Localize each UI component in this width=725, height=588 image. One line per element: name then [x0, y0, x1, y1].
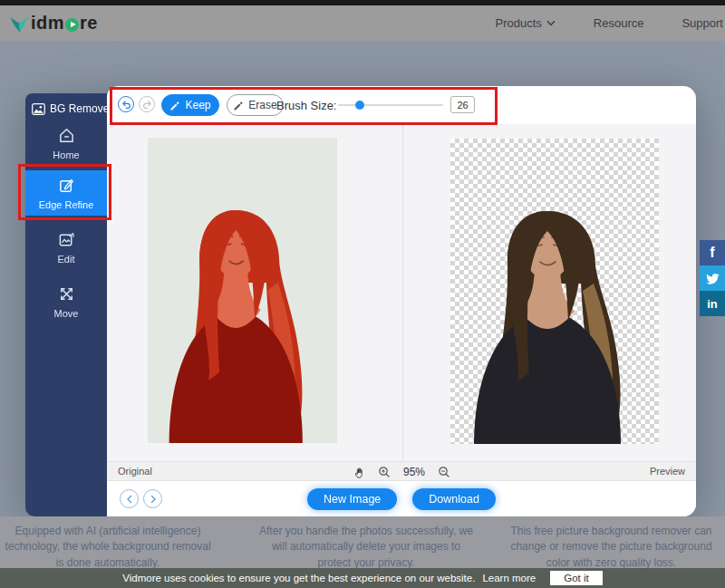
nav-products[interactable]: Products — [496, 16, 556, 30]
editor-panel: Keep Erase Brush Size: 26 — [107, 86, 696, 516]
got-it-button[interactable]: Got it — [550, 571, 602, 585]
undo-button[interactable] — [118, 96, 134, 112]
edit-icon — [57, 230, 76, 249]
nav-resource[interactable]: Resource — [594, 16, 644, 30]
editor-footer: New Image Download — [107, 481, 696, 516]
erase-button[interactable]: Erase — [227, 94, 284, 116]
keep-pen-icon — [169, 100, 180, 111]
sidebar-item-edit[interactable]: Edit — [25, 225, 107, 270]
sidebar-item-edge-refine[interactable]: Edge Refine — [25, 170, 107, 216]
slider-thumb[interactable] — [355, 101, 364, 110]
home-icon — [57, 126, 76, 145]
bg-remover-sidebar: BG Remover Home Edge Refine — [25, 93, 107, 516]
chevron-down-icon — [546, 20, 556, 26]
bg-remover-modal: Keep Erase Brush Size: 26 — [25, 86, 696, 516]
original-figure-red-overlay — [148, 138, 337, 443]
sidebar-title: BG Remover — [25, 93, 107, 115]
sidebar-item-move[interactable]: Move — [25, 279, 107, 324]
nav-support[interactable]: Support — [682, 16, 723, 30]
brush-size-label: Brush Size: — [276, 99, 336, 112]
erase-pen-icon — [233, 100, 244, 111]
feature-text-privacy: After you handle the photos successfully… — [256, 524, 476, 571]
social-share-rail: f in — [700, 240, 725, 316]
feature-text-quality: This free picture background remover can… — [499, 524, 723, 571]
brush-size-value[interactable]: 26 — [450, 96, 475, 113]
preview-label: Preview — [650, 466, 685, 477]
zoom-out-icon[interactable] — [438, 466, 450, 478]
cookie-banner: Vidmore uses cookies to ensure you get t… — [0, 568, 725, 588]
brush-size-slider[interactable] — [338, 97, 443, 113]
viewer-statusbar: Original 95% Preview — [107, 461, 696, 481]
bg-remover-icon — [32, 103, 45, 115]
download-button[interactable]: Download — [412, 488, 496, 510]
zoom-level: 95% — [403, 466, 425, 478]
preview-image-transparent — [450, 139, 659, 444]
keep-button[interactable]: Keep — [161, 94, 219, 116]
vidmore-logo[interactable]: idmre — [7, 12, 98, 35]
edge-refine-icon — [57, 176, 76, 195]
cookie-message: Vidmore uses cookies to ensure you get t… — [122, 573, 475, 583]
preview-figure — [450, 139, 659, 444]
facebook-icon[interactable]: f — [700, 240, 725, 265]
learn-more-link[interactable]: Learn more — [482, 573, 536, 583]
move-icon — [57, 284, 76, 304]
image-viewer — [107, 124, 696, 461]
zoom-in-icon[interactable] — [378, 466, 391, 478]
viewer-divider — [402, 124, 403, 461]
sidebar-item-home[interactable]: Home — [25, 120, 107, 166]
linkedin-icon[interactable]: in — [700, 291, 725, 316]
hand-pan-icon[interactable] — [353, 466, 365, 478]
brand-text: idmre — [31, 13, 98, 34]
features-section: Equipped with AI (artificial intelligenc… — [0, 516, 725, 568]
logo-play-icon — [65, 18, 79, 32]
original-image-canvas[interactable] — [148, 138, 337, 443]
vidmore-check-icon — [7, 12, 33, 35]
new-image-button[interactable]: New Image — [307, 488, 397, 510]
site-header: idmre Products Resource Support — [0, 5, 725, 41]
header-nav: Products Resource Support — [496, 5, 725, 41]
twitter-icon[interactable] — [700, 265, 725, 291]
edge-refine-toolbar: Keep Erase Brush Size: 26 — [107, 86, 696, 124]
feature-text-ai: Equipped with AI (artificial intelligenc… — [5, 524, 211, 571]
redo-button[interactable] — [139, 96, 155, 112]
